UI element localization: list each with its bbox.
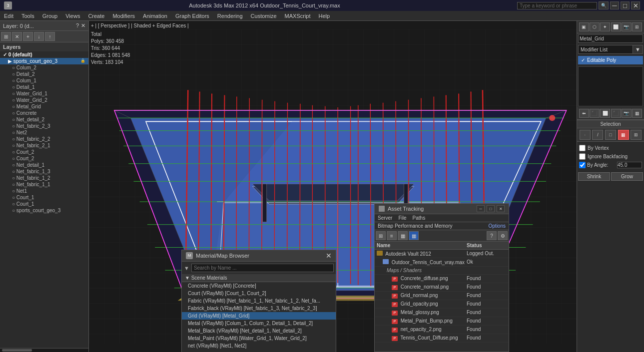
list-item[interactable]: ○ Net_detail_2: [0, 116, 88, 123]
rp-mid-icon-6[interactable]: ▦: [632, 109, 642, 118]
list-item[interactable]: Metal_Black (VRayMtl) [Net_detail_1, Net…: [182, 327, 336, 335]
layer-item-default[interactable]: ✓ 0 (default): [0, 51, 88, 58]
table-row[interactable]: P Metal_glossy.png Found: [375, 309, 509, 317]
table-row[interactable]: P Metal_Paint_Bump.png Found: [375, 317, 509, 326]
table-row[interactable]: P Concrete_diffuse.png Found: [375, 275, 509, 283]
list-item[interactable]: ○ Net_detail_1: [0, 162, 88, 168]
list-item[interactable]: ○ Court_2: [0, 155, 88, 162]
asset-toolbar-btn-settings[interactable]: ⚙: [498, 231, 508, 240]
menu-views[interactable]: Views: [61, 11, 84, 21]
rp-mid-icon-2[interactable]: ⬛: [590, 109, 600, 118]
by-vertex-checkbox[interactable]: [579, 145, 586, 151]
table-row[interactable]: P Grid_normal.png Found: [375, 292, 509, 300]
table-row[interactable]: P net_opacity_2.png Found: [375, 326, 509, 334]
list-item[interactable]: Fabric (VRayMtl) [Net_fabric_1_1, Net_fa…: [182, 297, 336, 305]
layer-scroll-bar[interactable]: [0, 348, 88, 352]
rp-icon-6[interactable]: ⊞: [632, 22, 642, 31]
sel-icon-edge[interactable]: /: [592, 130, 603, 140]
list-item[interactable]: Court (VRayMtl) [Court_1, Court_2]: [182, 290, 336, 297]
sel-icon-element[interactable]: ⊞: [631, 130, 642, 140]
rp-mid-icon-4[interactable]: ⬛: [611, 109, 621, 118]
material-browser-close[interactable]: ✕: [326, 252, 332, 260]
grow-button[interactable]: Grow: [611, 172, 643, 181]
list-item[interactable]: ○ Net1: [0, 188, 88, 194]
asset-menu-paths[interactable]: Paths: [410, 214, 429, 222]
material-search-input[interactable]: [191, 264, 334, 272]
list-item[interactable]: ○ Water_Grid_2: [0, 97, 88, 103]
layers-help-btn[interactable]: ?: [76, 22, 79, 29]
list-item[interactable]: ○ Court_1: [0, 201, 88, 207]
list-item[interactable]: ○ Net_fabric_2_3: [0, 123, 88, 129]
layers-close-btn[interactable]: ✕: [81, 22, 85, 29]
list-item[interactable]: ○ Net_fabric_2_2: [0, 136, 88, 142]
search-input-title[interactable]: Type a keyword or phrase: [517, 2, 597, 9]
table-row[interactable]: Autodesk Vault 2012 Logged Out.: [375, 250, 509, 258]
table-row[interactable]: P Grid_opacity.png Found: [375, 300, 509, 309]
list-item[interactable]: Fabrick_black (VRayMtl) [Net_fabric_1_3,…: [182, 305, 336, 312]
list-item[interactable]: Concrete (VRayMtl) [Concrete]: [182, 282, 336, 290]
maximize-btn[interactable]: □: [621, 1, 630, 9]
shrink-button[interactable]: Shrink: [578, 172, 610, 181]
list-item[interactable]: ○ Colum_2: [0, 64, 88, 71]
toolbar-btn-5[interactable]: ↑: [45, 32, 55, 41]
list-item[interactable]: Metal_Paint (VRayMtl) [Water_Grid_1, Wat…: [182, 335, 336, 342]
rp-mid-icon-1[interactable]: ⬅: [579, 109, 589, 118]
menu-edit[interactable]: Edit: [0, 11, 17, 21]
menu-animation[interactable]: Animation: [139, 11, 171, 21]
asset-toolbar-btn-2[interactable]: ≡: [387, 231, 397, 240]
rp-icon-4[interactable]: ⬜: [611, 22, 621, 31]
menu-graph-editors[interactable]: Graph Editors: [171, 11, 213, 21]
close-btn[interactable]: ✕: [631, 1, 640, 9]
rp-mid-icon-3[interactable]: ⬜: [600, 109, 610, 118]
sel-icon-poly[interactable]: ▦: [618, 130, 629, 140]
table-row[interactable]: P Tennis_Court_Diffuse.png Found: [375, 334, 509, 343]
toolbar-btn-3[interactable]: +: [23, 32, 33, 41]
by-angle-checkbox[interactable]: [579, 162, 586, 168]
list-item[interactable]: ○ Net2: [0, 129, 88, 136]
list-item[interactable]: ○ sports_court_geo_3: [0, 207, 88, 214]
sel-icon-border[interactable]: □: [605, 130, 616, 140]
search-btn[interactable]: 🔍: [599, 1, 609, 9]
toolbar-btn-4[interactable]: ↓: [34, 32, 44, 41]
list-item[interactable]: Grid (VRayMtl) [Metal_Grid]: [182, 312, 336, 320]
list-item[interactable]: ○ Net_fabric_1_1: [0, 181, 88, 188]
editable-poly-item[interactable]: ✓ Editable Poly: [578, 56, 643, 64]
asset-toolbar-btn-help[interactable]: ?: [487, 231, 497, 240]
asset-restore-btn[interactable]: □: [487, 205, 495, 212]
list-item[interactable]: ○ Court_2: [0, 149, 88, 155]
modifier-dropdown-arrow[interactable]: ▼: [633, 45, 643, 53]
table-row[interactable]: Outdoor_Tennis_Court_vray.max Ok: [375, 258, 509, 267]
asset-close-btn[interactable]: ✕: [497, 205, 505, 212]
viewport[interactable]: + | [ Perspective ] | Shaded + Edged Fac…: [89, 21, 577, 352]
asset-menu-server[interactable]: Server: [375, 214, 395, 222]
list-item[interactable]: net (VRayMtl) [Net1, Net2]: [182, 342, 336, 350]
rp-icon-1[interactable]: ▣: [579, 22, 589, 31]
asset-minimize-btn[interactable]: ─: [477, 205, 485, 212]
list-item[interactable]: ○ Net_fabric_2_1: [0, 142, 88, 149]
rp-icon-5[interactable]: 📷: [622, 22, 632, 31]
rp-mid-icon-5[interactable]: 📷: [622, 109, 632, 118]
list-item[interactable]: ○ Detail_1: [0, 84, 88, 90]
rp-icon-2[interactable]: ⬡: [590, 22, 600, 31]
menu-modifiers[interactable]: Modifiers: [108, 11, 139, 21]
menu-tools[interactable]: Tools: [17, 11, 38, 21]
list-item[interactable]: ○ Water_Grid_1: [0, 90, 88, 97]
object-name-input[interactable]: [578, 34, 643, 43]
list-item[interactable]: ○ Net_fabric_1_3: [0, 168, 88, 175]
menu-rendering[interactable]: Rendering: [213, 11, 247, 21]
menu-customize[interactable]: Customize: [247, 11, 281, 21]
table-row[interactable]: Maps / Shaders: [375, 267, 509, 275]
list-item[interactable]: ○ Court_1: [0, 194, 88, 201]
layer-item-selected[interactable]: ▶ sports_court_geo_3 🔒: [0, 58, 88, 64]
list-item[interactable]: ○ Concrete: [0, 110, 88, 116]
menu-create[interactable]: Create: [84, 11, 108, 21]
sel-icon-vertex[interactable]: ·: [580, 130, 591, 140]
table-row[interactable]: P Concrete_normal.png Found: [375, 283, 509, 292]
list-item[interactable]: Metal (VRayMtl) [Colum_1, Colum_2, Detai…: [182, 320, 336, 327]
list-item[interactable]: ○ Net_fabric_1_2: [0, 175, 88, 181]
list-item[interactable]: ○ Detail_2: [0, 71, 88, 77]
asset-toolbar-btn-1[interactable]: ⊞: [376, 231, 386, 240]
list-item[interactable]: ○ Metal_Grid: [0, 103, 88, 110]
angle-value-input[interactable]: [617, 162, 642, 168]
asset-menu-file[interactable]: File: [395, 214, 409, 222]
